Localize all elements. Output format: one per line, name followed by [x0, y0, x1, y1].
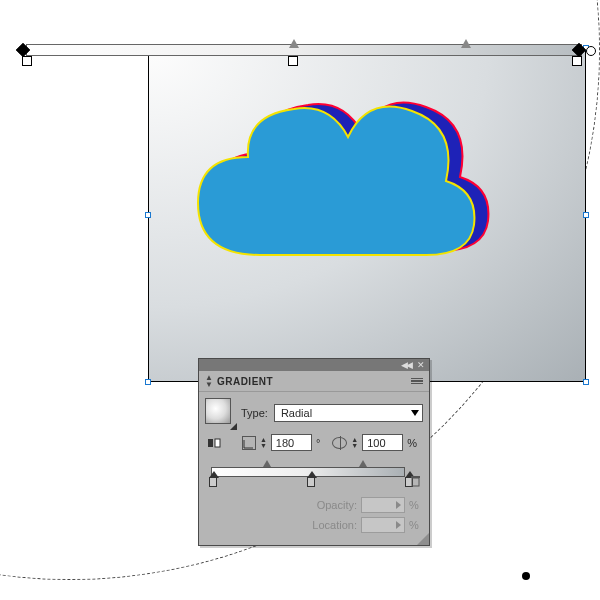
- panel-collapse-icon[interactable]: ◀◀: [401, 360, 411, 370]
- opacity-unit: %: [409, 499, 423, 511]
- selection-handle-ml[interactable]: [145, 212, 151, 218]
- aspect-unit: %: [407, 437, 417, 449]
- location-label: Location:: [301, 519, 357, 531]
- opacity-label: Opacity:: [301, 499, 357, 511]
- gradient-annotator-stop[interactable]: [572, 56, 582, 66]
- gradient-type-value: Radial: [281, 407, 312, 419]
- svg-rect-3: [411, 476, 420, 478]
- svg-rect-0: [208, 439, 213, 447]
- slider-midpoint[interactable]: [359, 460, 367, 467]
- aspect-stepper[interactable]: ▲▼: [351, 437, 358, 449]
- panel-resize-grip[interactable]: [417, 533, 429, 545]
- angle-icon: [242, 436, 256, 450]
- gradient-panel: ◀◀ ✕ ▲▼ GRADIENT Type: Radial: [198, 358, 430, 546]
- aspect-field[interactable]: 100: [362, 434, 403, 451]
- gradient-annotator-track[interactable]: [26, 44, 582, 56]
- gradient-annotator-stop[interactable]: [288, 56, 298, 66]
- angle-unit: °: [316, 437, 320, 449]
- gradient-annotator-midpoint[interactable]: [461, 39, 471, 48]
- type-label: Type:: [241, 407, 268, 419]
- selection-handle-mr[interactable]: [583, 212, 589, 218]
- location-unit: %: [409, 519, 423, 531]
- slider-color-stop[interactable]: [307, 477, 315, 487]
- delete-stop-icon[interactable]: [409, 475, 421, 487]
- svg-rect-2: [412, 478, 419, 486]
- slider-color-stop[interactable]: [209, 477, 217, 487]
- panel-title-text: GRADIENT: [217, 376, 273, 387]
- panel-tab-bar[interactable]: ◀◀ ✕: [199, 359, 429, 371]
- selection-handle-bl[interactable]: [145, 379, 151, 385]
- gradient-annotator-stop[interactable]: [22, 56, 32, 66]
- angle-field[interactable]: 180: [271, 434, 312, 451]
- panel-menu-icon[interactable]: [411, 378, 423, 385]
- angle-stepper[interactable]: ▲▼: [260, 437, 267, 449]
- opacity-field: [361, 497, 405, 513]
- gradient-annotator-endpoint-icon[interactable]: [586, 46, 596, 56]
- gradient-type-select[interactable]: Radial: [274, 404, 423, 422]
- location-field: [361, 517, 405, 533]
- gradient-annotator-midpoint[interactable]: [289, 39, 299, 48]
- cloud-group[interactable]: [190, 85, 490, 285]
- gradient-slider[interactable]: [207, 457, 421, 489]
- panel-cycle-icon[interactable]: ▲▼: [205, 374, 213, 388]
- slider-midpoint[interactable]: [263, 460, 271, 467]
- radial-gradient-anchor[interactable]: [522, 572, 530, 580]
- gradient-swatch[interactable]: [205, 398, 235, 428]
- svg-rect-1: [215, 439, 220, 447]
- chevron-down-icon: [411, 410, 419, 416]
- selection-handle-br[interactable]: [583, 379, 589, 385]
- reverse-gradient-icon[interactable]: [207, 436, 221, 450]
- panel-header: ▲▼ GRADIENT: [199, 371, 429, 392]
- aspect-ratio-icon: [332, 437, 347, 449]
- panel-close-icon[interactable]: ✕: [417, 360, 425, 370]
